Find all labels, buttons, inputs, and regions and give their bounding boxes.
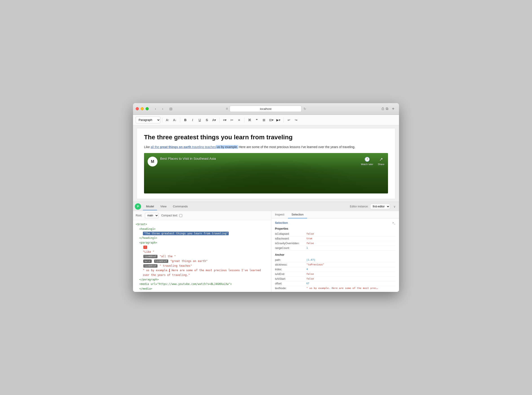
xml-line-paragraph-open: <paragraph> (136, 240, 269, 245)
increase-text-button[interactable]: A↑ (164, 117, 171, 123)
row-offset: offset: 67 (275, 281, 395, 286)
inspector-content: Selection >_ Properties isCollapsed: fal… (271, 218, 399, 292)
xml-line-heading1-open: <heading1> (136, 227, 269, 231)
xml-controls: Root: main Compact text: (133, 211, 271, 220)
image-button[interactable]: ⊞ (261, 117, 267, 123)
xml-panel: Root: main Compact text: <$root> <headin… (133, 211, 271, 292)
textnode-val: " us by example. Here are some of the mo… (307, 287, 378, 290)
index-val: 4 (307, 268, 308, 271)
minimize-button[interactable] (141, 107, 144, 110)
xml-all-the-string: "all the " (159, 255, 176, 258)
table-button[interactable]: ⊟▾ (268, 117, 274, 123)
maximize-button[interactable] (146, 107, 149, 110)
traffic-lights (136, 107, 149, 110)
row-isbackward: isBackward: true (275, 236, 395, 241)
editor-instance-select[interactable]: first-editor (370, 204, 390, 209)
tab-selection[interactable]: Selection (288, 211, 307, 218)
editor-toolbar: Paragraph A↑ A↓ B I U S A▾ ≡▾ ≔ ≡ ⌘ ❝ ⊞ … (133, 115, 399, 125)
sidebar-toggle-button[interactable]: ⊟ (168, 106, 174, 112)
xml-line-linkhref2: linkHref " traveling teaches" (136, 263, 269, 268)
share-icon[interactable]: ⎙ (382, 107, 384, 111)
ordered-list-button[interactable]: ≔ (229, 117, 235, 123)
paragraph-select[interactable]: Paragraph (136, 117, 160, 123)
xml-line-heading1-close: </heading1> (136, 236, 269, 240)
italic-button[interactable]: I (189, 117, 196, 123)
main-content: The three greatest things you learn from… (133, 125, 399, 202)
refresh-icon[interactable]: ↻ (303, 107, 306, 110)
xml-line-root: <$root> (136, 222, 269, 226)
section-cmd[interactable]: >_ (393, 221, 395, 224)
highlight-button[interactable]: A▾ (211, 117, 218, 123)
decrease-text-button[interactable]: A↓ (171, 117, 178, 123)
menu-icon[interactable]: ≡ (226, 107, 228, 111)
toolbar-separator-1 (162, 117, 162, 122)
row-stickiness: stickiness: "toPrevious" (275, 263, 395, 267)
link-button[interactable]: ⌘ (246, 117, 253, 123)
inspector-panel: Inspect Selection Selection >_ Propertie… (271, 211, 399, 292)
editor-area[interactable]: The three greatest things you learn from… (137, 128, 395, 199)
root-select[interactable]: main (145, 213, 159, 218)
compact-input[interactable] (179, 214, 182, 217)
format-group: B I U S A▾ (182, 117, 218, 123)
xml-title-string: "The three greatest things you learn fro… (143, 232, 229, 235)
unordered-list-button[interactable]: ≡ (236, 117, 242, 123)
editor-instance-label: Editor instance: (350, 205, 368, 208)
stickiness-val: "toPrevious" (307, 263, 324, 266)
xml-linkhref-badge-3: linkHref (143, 264, 158, 268)
isgravity-key: isGravityOverridden: (275, 242, 307, 245)
media-button[interactable]: ▶▾ (275, 117, 282, 123)
xml-bold-badge: bold (143, 259, 152, 263)
redo-button[interactable]: ↪ (293, 117, 300, 123)
iscollapsed-val: false (307, 232, 314, 236)
undo-button[interactable]: ↩ (285, 117, 292, 123)
toolbar-separator-5 (284, 117, 284, 122)
strikethrough-button[interactable]: S (203, 117, 210, 123)
panel-collapse-button[interactable]: ∨ (392, 204, 397, 209)
toolbar-separator-3 (219, 117, 219, 122)
offset-key: offset: (275, 282, 307, 285)
url-text: localhost (260, 107, 271, 110)
xml-traveling-teaches-string: " traveling teaches" (159, 264, 192, 267)
address-bar-area: ≡ localhost ↻ (226, 106, 306, 112)
xml-cursor (169, 269, 170, 272)
forward-button[interactable]: › (159, 106, 166, 112)
link-text[interactable]: all the great things on earth traveling … (151, 145, 216, 149)
stickiness-key: stickiness: (275, 263, 307, 266)
align-button[interactable]: ≡▾ (221, 117, 228, 123)
underline-button[interactable]: U (196, 117, 203, 123)
xml-line-title[interactable]: "The three greatest things you learn fro… (136, 231, 269, 236)
panel-logo: P (135, 203, 141, 210)
like-text: Like (144, 145, 151, 149)
tab-model[interactable]: Model (143, 203, 157, 210)
quote-button[interactable]: ❝ (253, 117, 260, 123)
panel-content: Root: main Compact text: <$root> <headin… (133, 211, 399, 292)
close-button[interactable] (136, 107, 139, 110)
row-rangecount: rangeCount: 1 (275, 246, 395, 251)
properties-group-title: Properties (275, 227, 395, 230)
address-bar[interactable]: localhost (230, 106, 302, 112)
window-icon[interactable]: ⧉ (386, 107, 388, 111)
video-embed[interactable]: M Best Places to Visit in Southeast Asia… (144, 153, 388, 193)
selection-title: Selection (275, 221, 288, 225)
bold-button[interactable]: B (182, 117, 189, 123)
browser-window: ‹ › ⊟ ≡ localhost ↻ ⎙ ⧉ + Paragraph A↑ A… (133, 103, 399, 292)
insert-group: ⌘ ❝ ⊞ ⊟▾ ▶▾ (246, 117, 282, 123)
selected-text: us by example. (216, 145, 238, 149)
iscollapsed-key: isCollapsed: (275, 232, 307, 236)
isatstart-val: false (307, 277, 314, 280)
inspector-section-title: Selection >_ (275, 221, 395, 225)
rangecount-key: rangeCount: (275, 247, 307, 250)
toolbar-separator-4 (244, 117, 244, 122)
isatend-key: isAtEnd: (275, 273, 307, 276)
back-button[interactable]: ‹ (152, 106, 159, 112)
add-tab-button[interactable]: + (390, 106, 396, 112)
tab-commands[interactable]: Commands (170, 203, 191, 210)
xml-like-string: "Like " (143, 250, 154, 253)
tab-inspect[interactable]: Inspect (271, 211, 288, 218)
tab-view[interactable]: View (157, 203, 170, 210)
row-isatend: isAtEnd: false (275, 272, 395, 277)
editor-title: The three greatest things you learn from… (144, 134, 388, 141)
isgravity-val: false (307, 242, 314, 245)
index-key: index: (275, 268, 307, 271)
text-size-group: A↑ A↓ (164, 117, 178, 123)
